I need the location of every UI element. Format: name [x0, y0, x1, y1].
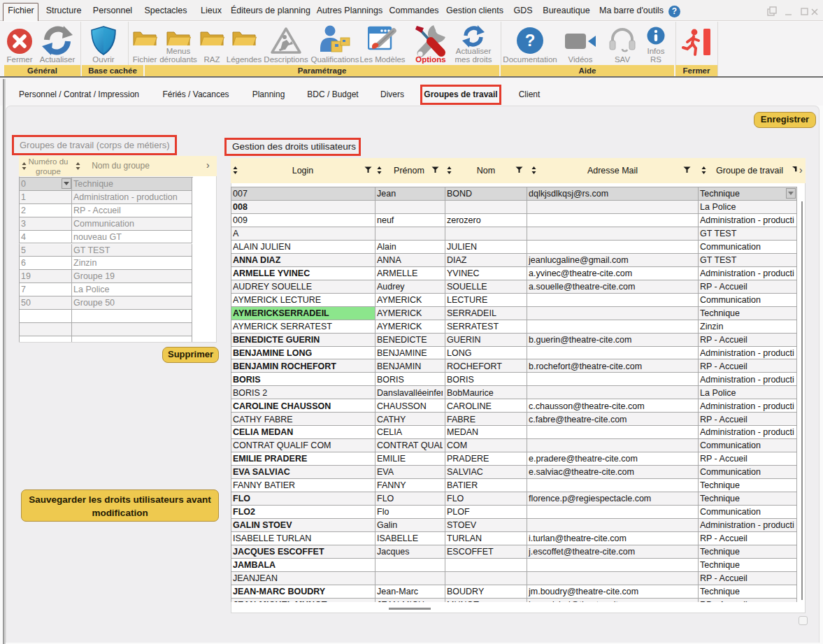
svg-text:?: ?	[525, 31, 536, 50]
